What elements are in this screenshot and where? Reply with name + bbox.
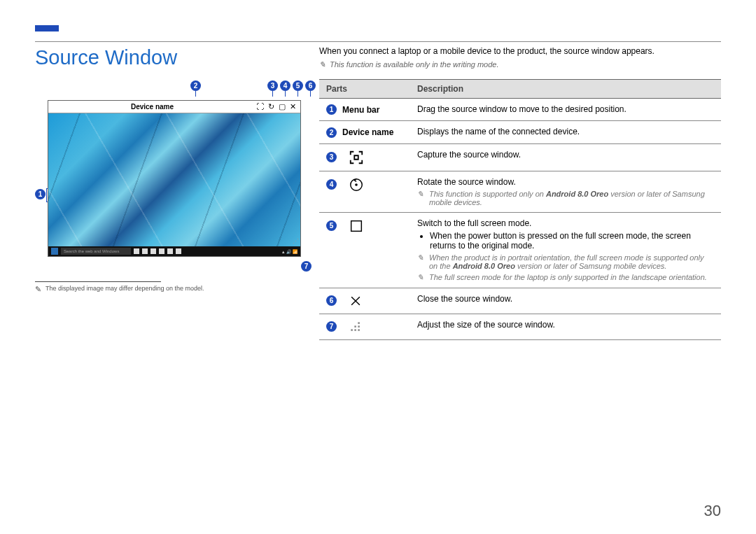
pen-icon: ✎ <box>319 60 326 69</box>
svg-rect-6 <box>355 325 357 328</box>
callout-6: 6 <box>305 80 316 91</box>
col-desc: Description <box>410 80 721 99</box>
pen-icon: ✎ <box>417 273 424 282</box>
col-parts: Parts <box>319 80 410 99</box>
device-screen: ⋰ <box>48 113 300 246</box>
svg-rect-7 <box>358 325 360 328</box>
table-row: 6 Close the source window. <box>319 288 721 314</box>
callout-3: 3 <box>267 80 278 91</box>
callout-4: 4 <box>280 80 290 91</box>
svg-rect-4 <box>355 329 357 331</box>
pen-icon: ✎ <box>417 190 424 206</box>
page-title: Source Window <box>35 46 301 69</box>
table-row: 3 Capture the source window. <box>319 143 721 171</box>
source-window-mock: Device name ⛶ ↻ ▢ ✕ ⋰ Search the web and… <box>48 100 301 257</box>
footnote: ✎ The displayed image may differ dependi… <box>35 285 301 294</box>
device-name-label: Device name <box>48 103 256 111</box>
fullscreen-icon <box>349 218 364 234</box>
resize-handle-icon: ⋰ <box>293 238 299 245</box>
svg-rect-8 <box>358 322 360 324</box>
rotate-icon: ↻ <box>268 102 274 111</box>
intro-note: ✎ This function is available only in the… <box>319 60 721 69</box>
callouts-top: 2 3 4 5 6 <box>69 80 301 97</box>
rotate-icon <box>349 177 364 192</box>
callout-2: 2 <box>190 80 201 91</box>
callout-5: 5 <box>293 80 303 91</box>
svg-rect-5 <box>358 329 360 331</box>
pen-icon: ✎ <box>417 253 424 270</box>
svg-rect-3 <box>351 329 354 331</box>
intro-text: When you connect a laptop or a mobile de… <box>319 46 721 56</box>
windows-start-icon <box>51 248 58 255</box>
svg-point-1 <box>356 183 358 186</box>
menu-bar: Device name ⛶ ↻ ▢ ✕ <box>48 101 300 113</box>
resize-icon <box>349 320 363 334</box>
windows-taskbar: Search the web and Windows ▲ 🔊 📶 <box>48 246 300 256</box>
page-number: 30 <box>704 502 721 520</box>
header-rule <box>35 41 721 42</box>
footnote-rule <box>35 281 161 282</box>
table-row: 5 Switch to the full screen mode. When t… <box>319 212 721 288</box>
close-icon: ✕ <box>290 102 296 111</box>
callout-1: 1 <box>35 189 46 199</box>
callout-7: 7 <box>301 261 312 272</box>
capture-icon <box>349 150 364 165</box>
header-accent <box>35 25 59 31</box>
close-icon <box>349 294 363 308</box>
table-row: 1Menu bar Drag the source window to move… <box>319 99 721 121</box>
capture-icon: ⛶ <box>256 102 264 111</box>
table-row: 7 Adjust the size of the source window. <box>319 314 721 339</box>
taskbar-tray: ▲ 🔊 📶 <box>281 249 298 254</box>
parts-table: Parts Description 1Menu bar Drag the sou… <box>319 79 721 340</box>
taskbar-search: Search the web and Windows <box>61 248 131 255</box>
table-row: 4 Rotate the source window. ✎This functi… <box>319 171 721 212</box>
pen-icon: ✎ <box>35 285 41 294</box>
table-row: 2Device name Displays the name of the co… <box>319 121 721 143</box>
svg-rect-2 <box>351 220 362 231</box>
fullscreen-icon: ▢ <box>279 102 286 111</box>
